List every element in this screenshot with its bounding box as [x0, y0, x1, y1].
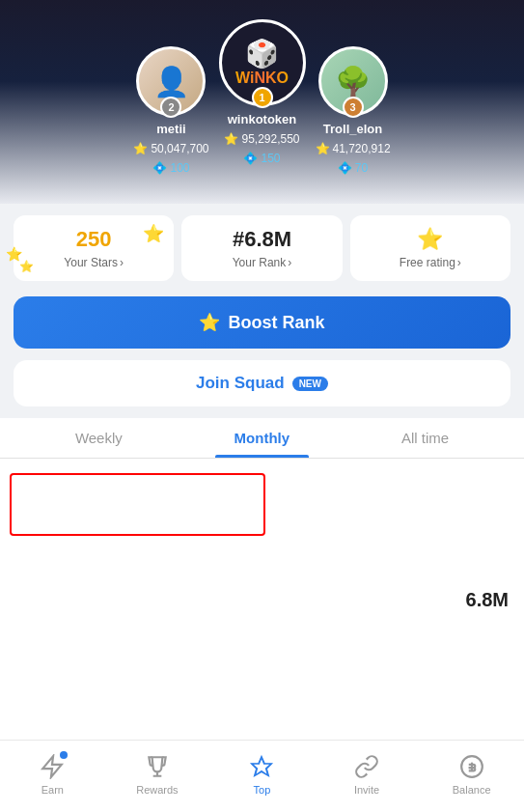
- trophy-icon: [144, 753, 171, 780]
- player-name-troll-elon: Troll_elon: [323, 122, 382, 136]
- link-icon: [353, 753, 380, 780]
- player-card-first: 🎲 WiNKO 1 winkotoken ⭐ 95,292,550 💠 150: [219, 19, 306, 165]
- join-squad-button[interactable]: Join Squad NEW: [14, 360, 510, 406]
- top-star-icon: [248, 753, 275, 780]
- rank-badge-1: 1: [252, 87, 273, 108]
- stats-section: ⭐ ⭐ ⭐ 250 Your Stars › #6.8M Your Rank ›…: [0, 204, 524, 289]
- nav-label-top: Top: [254, 784, 271, 796]
- star-icon: ⭐: [224, 132, 238, 146]
- diamond-icon: 💠: [243, 152, 258, 165]
- app-container: 👤 2 metii ⭐ 50,047,700 💠 100 🎲: [0, 0, 524, 812]
- player-diamonds-troll-elon: 💠 70: [338, 161, 368, 175]
- player-name-winkotoken: winkotoken: [228, 112, 297, 126]
- boost-section: ⭐ Boost Rank: [0, 289, 524, 356]
- chevron-right-icon: ›: [288, 256, 291, 269]
- your-rank-value: #6.8M: [233, 227, 291, 252]
- nav-item-rewards[interactable]: Rewards: [105, 753, 210, 796]
- star-decoration-outer: ⭐: [6, 246, 22, 262]
- your-stars-label: Your Stars ›: [64, 256, 124, 269]
- bottom-nav: Earn Rewards Top: [0, 740, 524, 812]
- your-stars-card[interactable]: ⭐ ⭐ ⭐ 250 Your Stars ›: [14, 215, 174, 281]
- player-card-second: 👤 2 metii ⭐ 50,047,700 💠 100: [133, 46, 208, 175]
- earn-notification-dot: [60, 751, 68, 759]
- player-stars-troll-elon: ⭐ 41,720,912: [316, 142, 391, 155]
- star-decoration-top: ⭐: [143, 223, 164, 244]
- diamond-icon: 💠: [152, 161, 167, 175]
- diamond-icon: 💠: [338, 161, 352, 175]
- tabs-section: Weekly Monthly All time: [0, 418, 524, 459]
- avatar-wrapper-metii: 👤 2: [136, 46, 206, 116]
- nav-label-balance: Balance: [453, 784, 491, 796]
- your-stars-value: 250: [76, 227, 112, 252]
- nav-label-invite: Invite: [354, 784, 379, 796]
- nav-item-top[interactable]: Top: [209, 753, 315, 796]
- nav-label-earn: Earn: [41, 784, 64, 796]
- star-decoration-bottom-left: ⭐: [19, 260, 34, 273]
- content-area: 6.8M: [0, 459, 524, 740]
- player-card-third: 🌳 3 Troll_elon ⭐ 41,720,912 💠 70: [316, 46, 391, 175]
- leaderboard-section: 👤 2 metii ⭐ 50,047,700 💠 100 🎲: [0, 0, 524, 204]
- nav-item-earn[interactable]: Earn: [0, 753, 105, 796]
- dollar-icon: [458, 753, 485, 780]
- nav-label-rewards: Rewards: [136, 784, 178, 796]
- chevron-right-icon: ›: [457, 256, 461, 269]
- player-diamonds-winkotoken: 💠 150: [243, 152, 280, 165]
- player-stars-metii: ⭐ 50,047,700: [133, 142, 208, 155]
- your-rank-label: Your Rank ›: [233, 256, 292, 269]
- red-selection-box: [10, 473, 265, 536]
- your-rank-card[interactable]: #6.8M Your Rank ›: [181, 215, 342, 281]
- rank-value-display: 6.8M: [466, 588, 509, 610]
- player-stars-winkotoken: ⭐ 95,292,550: [224, 132, 299, 146]
- nav-item-invite[interactable]: Invite: [315, 753, 420, 796]
- avatar-wrapper-winko: 🎲 WiNKO 1: [219, 19, 306, 106]
- chevron-right-icon: ›: [120, 256, 124, 269]
- rank-badge-3: 3: [343, 97, 364, 118]
- free-rating-star-icon: ⭐: [417, 227, 443, 252]
- new-badge: NEW: [292, 377, 328, 391]
- lightning-icon: [39, 753, 66, 780]
- free-rating-label: Free rating ›: [400, 256, 461, 269]
- join-section: Join Squad NEW: [0, 356, 524, 414]
- star-icon: ⭐: [316, 142, 330, 155]
- free-rating-card[interactable]: ⭐ Free rating ›: [350, 215, 510, 281]
- nav-item-balance[interactable]: Balance: [419, 753, 524, 796]
- tab-weekly[interactable]: Weekly: [56, 418, 142, 458]
- svg-marker-0: [43, 756, 63, 777]
- avatar-wrapper-troll: 🌳 3: [318, 46, 388, 116]
- boost-star-icon: ⭐: [199, 312, 220, 333]
- player-diamonds-metii: 💠 100: [152, 161, 189, 175]
- tab-monthly[interactable]: Monthly: [215, 418, 310, 458]
- boost-rank-button[interactable]: ⭐ Boost Rank: [14, 296, 510, 349]
- tab-alltime[interactable]: All time: [382, 418, 468, 458]
- player-name-metii: metii: [156, 122, 185, 136]
- star-icon: ⭐: [133, 142, 148, 155]
- rank-badge-2: 2: [160, 97, 181, 118]
